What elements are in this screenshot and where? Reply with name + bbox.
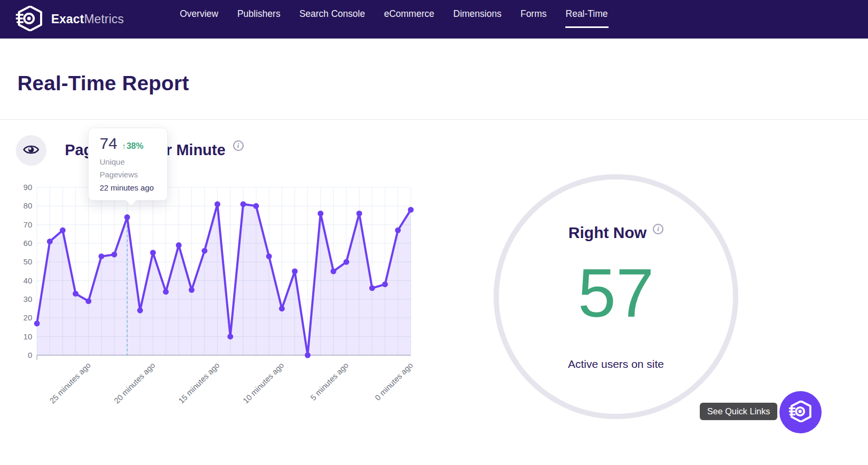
tooltip-time: 22 minutes ago — [100, 182, 160, 194]
top-nav: ExactMetrics OverviewPublishersSearch Co… — [0, 0, 868, 39]
tooltip-value: 74 — [100, 135, 117, 153]
svg-text:0: 0 — [28, 350, 32, 359]
svg-text:25 minutes ago: 25 minutes ago — [47, 360, 92, 405]
pageviews-badge — [16, 135, 46, 166]
up-arrow-icon: ↑ — [122, 141, 126, 150]
eye-icon — [23, 144, 39, 157]
tooltip-change: ↑38% — [122, 141, 143, 151]
tooltip-series-label: Unique Pageviews — [100, 156, 160, 181]
active-users-count: 57 — [578, 259, 654, 327]
svg-text:0 minutes ago: 0 minutes ago — [373, 360, 414, 402]
right-now-circle: Right Nowi 57 Active users on site — [494, 174, 738, 419]
chart-tooltip: 74 ↑38% Unique Pageviews 22 minutes ago — [88, 128, 168, 201]
brand-name: ExactMetrics — [51, 12, 124, 26]
svg-text:5 minutes ago: 5 minutes ago — [308, 360, 350, 402]
nav-item-ecommerce[interactable]: eCommerce — [384, 8, 434, 20]
svg-text:20: 20 — [23, 313, 32, 322]
header-divider — [0, 119, 868, 120]
exactmetrics-logo-icon — [789, 401, 812, 424]
svg-text:10 minutes ago: 10 minutes ago — [241, 360, 286, 405]
quick-links-fab-button[interactable] — [779, 391, 822, 433]
nav-item-search-console[interactable]: Search Console — [300, 8, 365, 20]
svg-text:80: 80 — [23, 201, 32, 210]
brand[interactable]: ExactMetrics — [16, 0, 124, 39]
svg-text:50: 50 — [23, 257, 32, 266]
svg-text:10: 10 — [23, 332, 32, 341]
svg-text:15 minutes ago: 15 minutes ago — [177, 360, 221, 405]
exactmetrics-logo-icon — [16, 6, 43, 33]
nav-item-overview[interactable]: Overview — [180, 8, 218, 20]
pageviews-chart[interactable]: 010203040506070809025 minutes ago20 minu… — [15, 181, 442, 426]
right-now-info-icon[interactable]: i — [653, 224, 663, 234]
svg-text:60: 60 — [23, 239, 32, 248]
svg-text:40: 40 — [23, 276, 32, 285]
svg-text:90: 90 — [23, 183, 32, 192]
active-users-caption: Active users on site — [568, 358, 664, 371]
right-now-heading: Right Nowi — [568, 224, 663, 242]
svg-text:20 minutes ago: 20 minutes ago — [112, 360, 157, 405]
nav-item-dimensions[interactable]: Dimensions — [454, 8, 501, 20]
pageviews-info-icon[interactable]: i — [233, 140, 244, 151]
nav-item-forms[interactable]: Forms — [520, 8, 547, 20]
nav-item-real-time[interactable]: Real-Time — [566, 8, 608, 20]
svg-text:70: 70 — [23, 220, 32, 229]
svg-text:30: 30 — [23, 295, 32, 303]
nav-item-publishers[interactable]: Publishers — [237, 8, 281, 20]
page-title: Real-Time Report — [17, 72, 189, 95]
nav-menu: OverviewPublishersSearch ConsoleeCommerc… — [180, 0, 608, 27]
see-quick-links-button[interactable]: See Quick Links — [700, 403, 777, 420]
